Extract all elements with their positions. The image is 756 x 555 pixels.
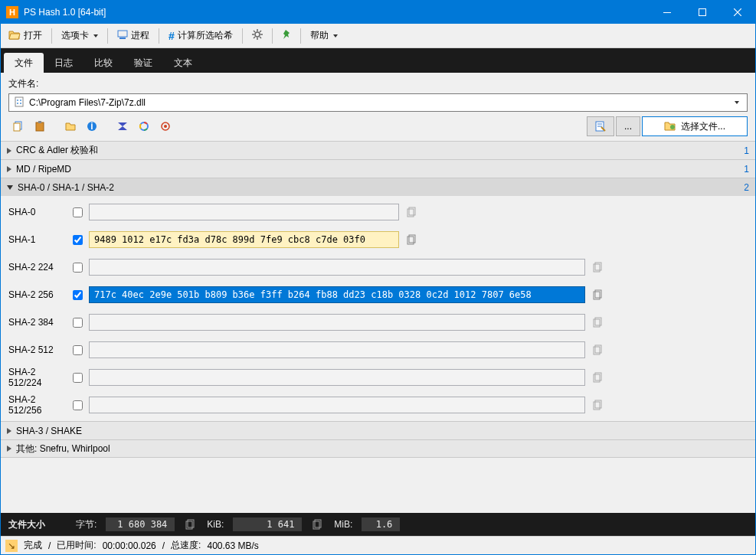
hash-enable-checkbox[interactable] xyxy=(73,235,83,245)
svg-rect-35 xyxy=(594,264,600,272)
calc-hash-button[interactable]: # 计算所选哈希 xyxy=(164,26,237,46)
hash-sections: CRC & Adler 校验和 1 MD / RipeMD 1 SHA-0 / … xyxy=(1,141,755,458)
svg-point-29 xyxy=(670,125,675,129)
filepath-input[interactable] xyxy=(29,97,725,108)
triangle-right-icon xyxy=(7,148,11,154)
svg-rect-31 xyxy=(407,209,414,217)
hash-label: SHA-2 384 xyxy=(8,317,67,328)
tab-file[interactable]: 文件 xyxy=(4,53,44,73)
settings-button[interactable] xyxy=(247,26,267,46)
paste-icon-button[interactable] xyxy=(30,117,50,135)
copy-icon[interactable] xyxy=(591,315,605,329)
section-md-count: 1 xyxy=(744,164,749,175)
svg-rect-19 xyxy=(14,123,20,131)
tab-log[interactable]: 日志 xyxy=(44,53,83,73)
copy-icon[interactable] xyxy=(405,233,419,246)
open-button[interactable]: 打开 xyxy=(4,26,47,46)
hash-value-field[interactable] xyxy=(89,397,585,413)
edit-list-icon xyxy=(595,121,606,132)
hash-row-sha256: SHA-2 256 717c 40ec 2e9e 501b b809 b36e … xyxy=(8,283,748,306)
edit-button[interactable] xyxy=(587,116,614,136)
status-elapsed-value: 00:00:00.026 xyxy=(103,540,156,551)
svg-rect-38 xyxy=(595,318,601,325)
bytes-value: 1 680 384 xyxy=(106,517,175,531)
hash-value-field[interactable] xyxy=(89,341,585,358)
section-md[interactable]: MD / RipeMD 1 xyxy=(1,159,755,178)
section-sha[interactable]: SHA-0 / SHA-1 / SHA-2 2 xyxy=(1,178,755,196)
close-button[interactable] xyxy=(720,1,755,24)
hash-value-field[interactable] xyxy=(89,259,585,276)
info-icon-button[interactable]: i xyxy=(82,117,102,135)
hash-label: SHA-2 512/224 xyxy=(8,367,67,388)
triangle-right-icon xyxy=(7,446,11,452)
hash-enable-checkbox[interactable] xyxy=(73,345,83,355)
help-menu-button[interactable]: 帮助 xyxy=(306,26,342,46)
copy-icon-button[interactable] xyxy=(8,117,28,135)
ellipsis-button[interactable]: ... xyxy=(616,116,640,136)
hash-value-field[interactable] xyxy=(89,369,585,386)
hash-enable-checkbox[interactable] xyxy=(73,400,83,410)
tabs-menu-button[interactable]: 选项卡 xyxy=(57,26,103,46)
choose-file-label: 选择文件... xyxy=(681,120,725,133)
section-other[interactable]: 其他: Snefru, Whirlpool xyxy=(1,439,755,458)
hash-enable-checkbox[interactable] xyxy=(73,318,83,328)
arrow-down-right-icon[interactable]: ↘ xyxy=(5,540,18,552)
svg-rect-33 xyxy=(407,237,414,244)
hash-value-field[interactable]: 9489 1012 e17c fd3a d78c 899d 7fe9 cbc8 … xyxy=(89,231,399,248)
copy-icon[interactable] xyxy=(184,517,198,531)
tab-verify[interactable]: 验证 xyxy=(123,53,163,73)
svg-line-9 xyxy=(254,31,255,32)
pin-icon xyxy=(282,29,291,42)
folder-open-icon xyxy=(8,29,21,42)
svg-rect-30 xyxy=(409,207,415,215)
copy-icon[interactable] xyxy=(591,398,605,412)
hash-enable-checkbox[interactable] xyxy=(73,207,83,217)
triangle-down-icon xyxy=(7,185,13,190)
target-icon-button[interactable] xyxy=(155,117,175,135)
tab-text[interactable]: 文本 xyxy=(163,53,203,73)
choose-file-button[interactable]: 选择文件... xyxy=(642,116,748,136)
explorer-icon-button[interactable] xyxy=(61,117,80,135)
hash-value-field[interactable]: 717c 40ec 2e9e 501b b809 b36e f3ff b264 … xyxy=(89,286,585,303)
tab-compare[interactable]: 比较 xyxy=(83,53,123,73)
process-label: 进程 xyxy=(131,29,149,42)
svg-line-11 xyxy=(260,31,261,32)
chevron-down-icon[interactable] xyxy=(730,101,742,104)
copy-icon[interactable] xyxy=(591,343,605,357)
calc-label: 计算所选哈希 xyxy=(178,29,233,42)
svg-rect-40 xyxy=(595,345,601,353)
copy-icon[interactable] xyxy=(405,205,419,219)
section-sha3[interactable]: SHA-3 / SHAKE xyxy=(1,421,755,439)
copy-icon[interactable] xyxy=(591,260,605,274)
svg-rect-43 xyxy=(594,374,600,382)
hash-value-field[interactable] xyxy=(89,314,585,331)
section-crc[interactable]: CRC & Adler 校验和 1 xyxy=(1,141,755,159)
google-icon-button[interactable] xyxy=(134,117,154,135)
copy-icon[interactable] xyxy=(591,371,605,384)
svg-rect-0 xyxy=(663,12,671,13)
virustotal-icon-button[interactable] xyxy=(113,117,133,135)
hash-enable-checkbox[interactable] xyxy=(73,263,83,273)
minimize-button[interactable] xyxy=(650,1,685,24)
hash-row-sha512-224: SHA-2 512/224 xyxy=(8,366,748,389)
maximize-button[interactable] xyxy=(685,1,720,24)
tabs-label: 选项卡 xyxy=(61,29,89,42)
hash-enable-checkbox[interactable] xyxy=(73,290,83,300)
svg-rect-44 xyxy=(595,400,601,408)
hash-row-sha512: SHA-2 512 xyxy=(8,338,748,361)
process-button[interactable]: 进程 xyxy=(113,26,154,46)
chevron-down-icon xyxy=(93,34,98,38)
svg-point-24 xyxy=(162,122,169,130)
status-speed-label: 总速度: xyxy=(171,539,201,552)
tab-file-label: 文件 xyxy=(15,57,33,70)
pin-button[interactable] xyxy=(277,26,296,46)
svg-point-14 xyxy=(17,100,18,101)
svg-rect-1 xyxy=(699,9,706,16)
hash-label: SHA-0 xyxy=(8,207,67,217)
copy-icon[interactable] xyxy=(311,517,325,531)
hash-value-field[interactable] xyxy=(89,204,399,220)
svg-point-15 xyxy=(20,100,21,101)
copy-icon[interactable] xyxy=(591,288,605,302)
filepath-combo[interactable] xyxy=(8,93,748,112)
hash-enable-checkbox[interactable] xyxy=(73,373,83,383)
